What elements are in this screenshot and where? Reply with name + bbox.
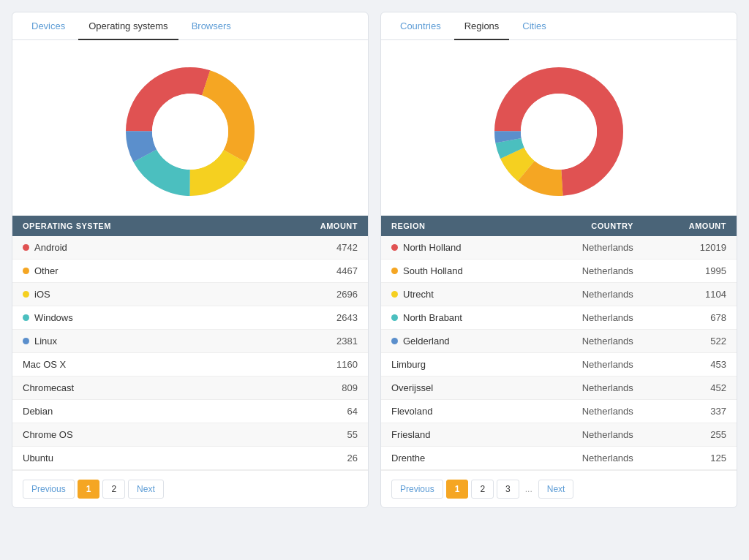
right-table-row: FlevolandNetherlands337 <box>381 400 737 423</box>
color-dot <box>391 244 398 251</box>
right-row-amount: 452 <box>644 377 737 400</box>
left-table-row: iOS2696 <box>12 283 368 306</box>
right-page-2[interactable]: 2 <box>471 480 494 499</box>
col-country: COUNTRY <box>529 216 644 236</box>
right-next-button[interactable]: Next <box>538 480 574 499</box>
right-row-country: Netherlands <box>529 400 644 423</box>
left-row-name: Chromecast <box>12 377 244 400</box>
right-row-country: Netherlands <box>529 377 644 400</box>
right-pagination: Previous 1 2 3 ... Next <box>381 470 737 507</box>
right-row-name: Drenthe <box>381 447 529 470</box>
left-row-name: Windows <box>12 306 244 330</box>
left-row-name: Mac OS X <box>12 353 244 377</box>
right-row-amount: 1995 <box>644 260 737 283</box>
left-chart-area <box>12 40 368 216</box>
left-table-row: Linux2381 <box>12 330 368 353</box>
color-dot <box>23 338 29 344</box>
right-ellipsis: ... <box>522 480 535 498</box>
right-table-row: LimburgNetherlands453 <box>381 353 737 377</box>
left-row-amount: 2381 <box>244 330 368 353</box>
left-table-row: Ubuntu26 <box>12 447 368 470</box>
right-row-country: Netherlands <box>529 306 644 330</box>
left-table-row: Debian64 <box>12 400 368 423</box>
col-amount-left: AMOUNT <box>244 216 368 236</box>
left-donut-chart <box>117 58 263 205</box>
left-row-name: Linux <box>12 330 244 353</box>
left-table-row: Chrome OS55 <box>12 423 368 447</box>
left-page-2[interactable]: 2 <box>102 480 125 499</box>
color-dot <box>23 291 29 298</box>
right-row-name: Gelderland <box>381 330 529 353</box>
right-row-amount: 12019 <box>644 236 737 260</box>
right-tabs: Countries Regions Cities <box>381 12 737 40</box>
right-row-amount: 255 <box>644 423 737 447</box>
right-page-3[interactable]: 3 <box>497 480 519 499</box>
right-table-row: FrieslandNetherlands255 <box>381 423 737 447</box>
left-next-button[interactable]: Next <box>128 480 164 499</box>
left-row-name: Debian <box>12 400 244 423</box>
right-panel: Countries Regions Cities <box>380 12 737 508</box>
right-row-amount: 678 <box>644 306 737 330</box>
left-row-amount: 4467 <box>244 260 368 283</box>
left-table-row: Chromecast809 <box>12 377 368 400</box>
left-row-amount: 1160 <box>244 353 368 377</box>
right-table-row: UtrechtNetherlands1104 <box>381 283 737 306</box>
right-row-country: Netherlands <box>529 353 644 377</box>
color-dot <box>23 314 29 321</box>
left-row-amount: 2643 <box>244 306 368 330</box>
right-table-row: North BrabantNetherlands678 <box>381 306 737 330</box>
color-dot <box>391 314 398 321</box>
tab-browsers[interactable]: Browsers <box>181 13 241 40</box>
right-table-row: OverijsselNetherlands452 <box>381 377 737 400</box>
svg-point-6 <box>152 94 228 170</box>
right-page-1[interactable]: 1 <box>446 480 469 499</box>
left-pagination: Previous 1 2 Next <box>12 470 368 507</box>
tab-countries[interactable]: Countries <box>390 13 451 40</box>
left-tabs: Devices Operating systems Browsers <box>12 12 368 40</box>
left-row-name: iOS <box>12 283 244 306</box>
right-row-name: Limburg <box>381 353 529 377</box>
right-row-amount: 1104 <box>644 283 737 306</box>
right-row-country: Netherlands <box>529 283 644 306</box>
right-row-name: Utrecht <box>381 283 529 306</box>
tab-cities[interactable]: Cities <box>512 13 557 40</box>
right-table-row: DrentheNetherlands125 <box>381 447 737 470</box>
left-row-amount: 55 <box>244 423 368 447</box>
tab-operating-systems[interactable]: Operating systems <box>78 13 178 40</box>
left-row-amount: 809 <box>244 377 368 400</box>
tab-regions[interactable]: Regions <box>454 13 510 40</box>
left-table-row: Other4467 <box>12 260 368 283</box>
left-row-amount: 2696 <box>244 283 368 306</box>
right-row-amount: 337 <box>644 400 737 423</box>
color-dot <box>23 268 29 274</box>
left-page-1[interactable]: 1 <box>78 480 100 499</box>
right-row-name: Flevoland <box>381 400 529 423</box>
color-dot <box>23 244 29 251</box>
right-prev-button[interactable]: Previous <box>391 480 443 499</box>
color-dot <box>391 268 398 274</box>
right-row-name: Overijssel <box>381 377 529 400</box>
right-donut-chart <box>486 58 632 205</box>
right-row-country: Netherlands <box>529 330 644 353</box>
right-table-row: GelderlandNetherlands522 <box>381 330 737 353</box>
left-row-name: Other <box>12 260 244 283</box>
right-row-country: Netherlands <box>529 447 644 470</box>
right-row-country: Netherlands <box>529 423 644 447</box>
col-amount-right: AMOUNT <box>644 216 737 236</box>
color-dot <box>391 291 398 298</box>
right-row-amount: 522 <box>644 330 737 353</box>
left-panel: Devices Operating systems Browsers <box>12 12 369 508</box>
col-operating-system: OPERATING SYSTEM <box>12 216 244 236</box>
left-row-name: Ubuntu <box>12 447 244 470</box>
tab-devices[interactable]: Devices <box>21 13 75 40</box>
right-row-name: North Holland <box>381 236 529 260</box>
left-row-name: Android <box>12 236 244 260</box>
col-region: REGION <box>381 216 529 236</box>
right-row-amount: 453 <box>644 353 737 377</box>
right-chart-area <box>381 40 737 216</box>
right-row-country: Netherlands <box>529 260 644 283</box>
left-prev-button[interactable]: Previous <box>23 480 75 499</box>
left-row-amount: 26 <box>244 447 368 470</box>
right-row-name: North Brabant <box>381 306 529 330</box>
right-row-amount: 125 <box>644 447 737 470</box>
